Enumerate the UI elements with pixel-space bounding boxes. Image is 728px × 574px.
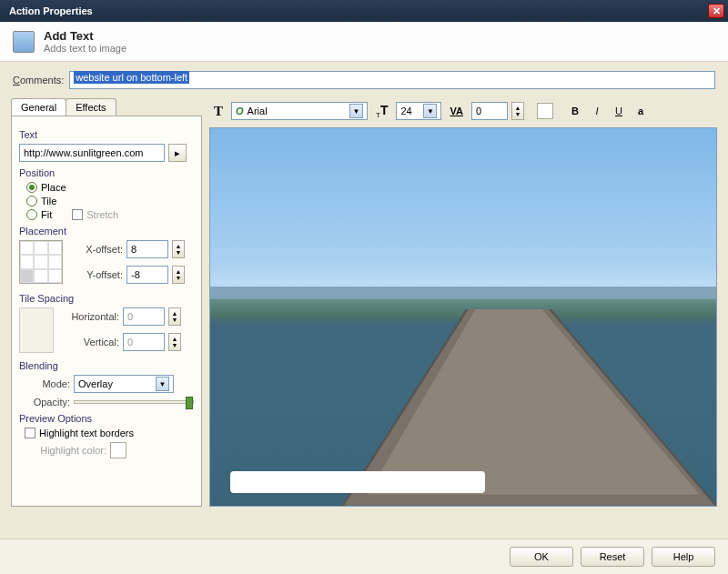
font-type-icon: O xyxy=(236,106,244,116)
highlight-color-swatch[interactable] xyxy=(110,442,126,458)
main-area: General Effects Text ▸ Position Place Ti… xyxy=(0,93,728,510)
underline-button[interactable]: U xyxy=(610,101,628,121)
text-input[interactable] xyxy=(19,144,165,162)
stretch-checkbox[interactable] xyxy=(72,209,83,220)
reset-button[interactable]: Reset xyxy=(581,547,644,567)
font-size-button[interactable]: TT xyxy=(371,101,392,121)
text-color-swatch[interactable] xyxy=(537,103,553,119)
close-icon: ✕ xyxy=(713,5,721,17)
radio-fit[interactable]: Fit Stretch xyxy=(19,209,194,220)
h-spacing-spinner xyxy=(168,307,181,326)
watermark-box xyxy=(230,471,485,493)
titlebar: Action Properties ✕ xyxy=(0,0,728,22)
tab-body: Text ▸ Position Place Tile Fit Stretch P… xyxy=(11,116,202,507)
tabs: General Effects xyxy=(11,98,202,116)
italic-icon: I xyxy=(595,106,598,116)
comments-input[interactable]: website url on bottom-left xyxy=(69,71,715,89)
ok-button[interactable]: OK xyxy=(510,547,573,567)
comments-row: CComments:omments: website url on bottom… xyxy=(0,62,728,93)
font-toolbar: T OArial▼ TT 24▼ VA B I U a xyxy=(209,98,717,127)
highlight-borders-checkbox[interactable] xyxy=(25,428,35,438)
help-button[interactable]: Help xyxy=(652,547,715,567)
radio-icon xyxy=(26,196,37,206)
tab-general[interactable]: General xyxy=(11,98,66,116)
section-preview-options: Preview Options xyxy=(19,413,194,424)
radio-place[interactable]: Place xyxy=(19,182,194,193)
y-offset-input[interactable] xyxy=(126,266,168,284)
v-spacing-input xyxy=(123,333,165,351)
header: Add Text Adds text to image xyxy=(0,22,728,62)
font-size-icon: TT xyxy=(376,103,388,119)
preview-canvas xyxy=(209,127,717,507)
x-offset-input[interactable] xyxy=(126,240,168,258)
chevron-down-icon: ▼ xyxy=(423,104,437,118)
antialias-icon: a xyxy=(638,106,643,116)
chevron-down-icon: ▼ xyxy=(349,104,363,118)
section-position: Position xyxy=(19,167,194,178)
v-spacing-spinner xyxy=(168,333,181,351)
header-title: Add Text xyxy=(44,29,126,43)
highlight-color-label: Highlight color: xyxy=(25,445,106,456)
footer: OK Reset Help xyxy=(0,539,728,574)
v-spacing-label: Vertical: xyxy=(63,337,119,347)
tracking-icon: VA xyxy=(450,106,462,116)
comments-label: CComments:omments: xyxy=(13,75,64,86)
tab-effects[interactable]: Effects xyxy=(66,98,116,116)
h-spacing-input xyxy=(123,307,165,326)
window-title: Action Properties xyxy=(4,5,93,16)
opacity-slider[interactable] xyxy=(74,400,194,404)
opacity-label: Opacity: xyxy=(19,397,70,408)
right-panel: T OArial▼ TT 24▼ VA B I U a xyxy=(209,98,717,507)
h-spacing-label: Horizontal: xyxy=(63,311,119,322)
radio-icon xyxy=(26,209,37,220)
placement-cell-bottom-left[interactable] xyxy=(20,269,34,283)
bold-button[interactable]: B xyxy=(566,101,584,121)
tracking-input[interactable] xyxy=(471,102,508,120)
bold-icon: B xyxy=(571,106,579,116)
mode-label: Mode: xyxy=(19,378,70,389)
tilespacing-preview xyxy=(19,307,54,353)
text-tool-button[interactable]: T xyxy=(209,101,228,121)
italic-button[interactable]: I xyxy=(588,101,606,121)
section-text: Text xyxy=(19,129,194,140)
chevron-down-icon: ▼ xyxy=(156,377,169,391)
highlight-borders-label: Highlight text borders xyxy=(39,428,134,438)
y-offset-spinner[interactable] xyxy=(172,266,185,284)
x-offset-spinner[interactable] xyxy=(172,240,185,258)
stretch-label: Stretch xyxy=(86,209,118,220)
underline-icon: U xyxy=(615,106,622,116)
section-tilespacing: Tile Spacing xyxy=(19,293,194,304)
left-panel: General Effects Text ▸ Position Place Ti… xyxy=(11,98,202,507)
placement-grid[interactable] xyxy=(19,240,63,284)
font-select[interactable]: OArial▼ xyxy=(231,102,368,120)
tracking-button[interactable]: VA xyxy=(445,101,467,121)
mode-select[interactable]: Overlay▼ xyxy=(74,375,174,393)
slider-thumb[interactable] xyxy=(186,397,193,409)
radio-tile[interactable]: Tile xyxy=(19,196,194,206)
chevron-right-icon: ▸ xyxy=(175,147,180,159)
text-expand-button[interactable]: ▸ xyxy=(168,144,187,162)
text-icon: T xyxy=(214,104,223,119)
y-offset-label: Y-offset: xyxy=(72,269,123,280)
header-subtitle: Adds text to image xyxy=(44,43,126,54)
section-placement: Placement xyxy=(19,226,194,237)
action-icon xyxy=(13,31,35,53)
close-button[interactable]: ✕ xyxy=(708,4,724,18)
section-blending: Blending xyxy=(19,360,194,371)
x-offset-label: X-offset: xyxy=(72,244,123,255)
radio-icon xyxy=(26,182,37,193)
tracking-spinner[interactable] xyxy=(511,102,524,120)
size-select[interactable]: 24▼ xyxy=(396,102,441,120)
antialias-button[interactable]: a xyxy=(632,101,650,121)
